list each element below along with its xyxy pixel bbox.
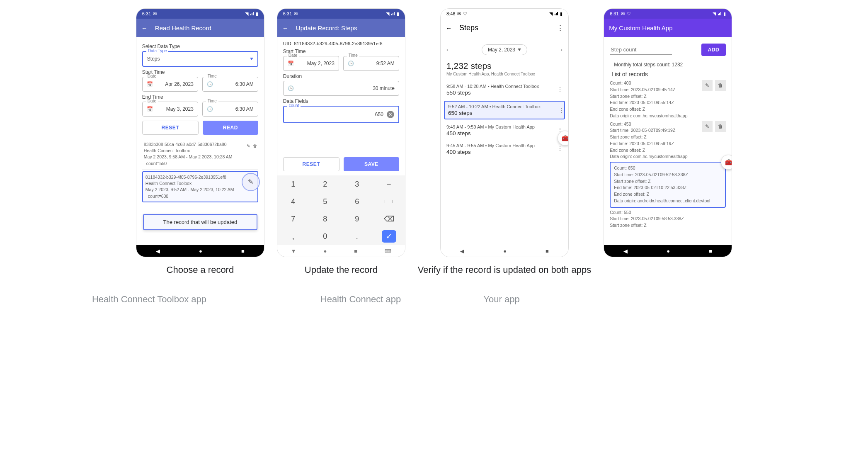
entry[interactable]: 9:58 AM - 10:28 AM • Health Connect Tool… bbox=[446, 80, 563, 99]
back-arrow-icon[interactable]: ← bbox=[446, 24, 452, 32]
reset-button[interactable]: RESET bbox=[142, 121, 199, 135]
nav-recent-icon[interactable]: ■ bbox=[546, 248, 549, 254]
battery-icon: ▮ bbox=[397, 11, 399, 17]
mail-icon: ✉ bbox=[457, 11, 461, 17]
reset-button[interactable]: RESET bbox=[283, 157, 339, 171]
keypad-key[interactable]: 9 bbox=[341, 210, 373, 228]
signal-icon bbox=[555, 12, 558, 15]
record-card: Count: 450Start time: 2023-05-02T09:49:1… bbox=[610, 121, 726, 160]
keypad-key[interactable]: 0 bbox=[309, 228, 341, 245]
record-line: Count: 550 bbox=[610, 209, 726, 216]
entry[interactable]: 9:45 AM - 9:55 AM • My Custom Health App… bbox=[446, 140, 563, 158]
keypad-key[interactable]: 4 bbox=[277, 193, 309, 210]
time-picker[interactable]: Time 🕒 9:52 AM bbox=[343, 56, 399, 71]
nav-back-icon[interactable]: ▼ bbox=[291, 248, 296, 254]
android-nav-bar: ◀ ● ■ bbox=[136, 245, 264, 257]
edit-icon: ✎ bbox=[248, 177, 253, 187]
date-selector[interactable]: May 2, 2023 bbox=[482, 44, 527, 55]
nav-recent-icon[interactable]: ■ bbox=[241, 248, 245, 254]
nav-home-icon[interactable]: ● bbox=[503, 248, 507, 254]
more-icon[interactable]: ⋮ bbox=[559, 107, 564, 113]
more-icon[interactable]: ⋮ bbox=[558, 86, 563, 92]
keypad-key[interactable]: ⌫ bbox=[373, 210, 405, 228]
data-type-value: Steps bbox=[147, 56, 160, 62]
list-header: List of records bbox=[611, 71, 726, 78]
nav-home-icon[interactable]: ● bbox=[667, 248, 670, 254]
read-button[interactable]: READ bbox=[203, 121, 258, 135]
keypad-key[interactable]: − bbox=[373, 175, 405, 193]
nav-back-icon[interactable]: ◀ bbox=[460, 248, 464, 254]
keypad-key[interactable]: , bbox=[277, 228, 309, 245]
caption-2: Update the record bbox=[305, 265, 378, 275]
nav-home-icon[interactable]: ● bbox=[324, 248, 327, 254]
chevron-left-icon[interactable]: ‹ bbox=[446, 47, 448, 53]
keypad-key[interactable]: 5 bbox=[309, 193, 341, 210]
record-line: Start zone offset: Z bbox=[610, 93, 699, 100]
toolbox-icon: 🧰 bbox=[725, 159, 732, 165]
record-card-body: Count: 450Start time: 2023-05-02T09:49:1… bbox=[610, 121, 699, 160]
android-nav-bar: ▼ ● ■ ⌨ bbox=[277, 245, 405, 257]
data-type-dropdown[interactable]: Data Type Steps bbox=[142, 51, 258, 67]
start-time-label: Start Time bbox=[283, 49, 399, 54]
keypad-key[interactable]: 1 bbox=[277, 175, 309, 193]
trash-icon[interactable]: 🗑 bbox=[253, 143, 257, 149]
edit-icon[interactable]: ✎ bbox=[247, 143, 250, 149]
keypad-key[interactable]: 2 bbox=[309, 175, 341, 193]
toolbox-icon: 🧰 bbox=[562, 135, 569, 141]
nav-back-icon[interactable]: ◀ bbox=[156, 248, 160, 254]
back-arrow-icon[interactable]: ← bbox=[141, 24, 148, 32]
edit-button[interactable]: ✎ bbox=[702, 121, 713, 132]
record-item[interactable]: 8383b308-50ca-4c68-a0d7-5d830672ba80 Hea… bbox=[142, 139, 258, 170]
nav-recent-icon[interactable]: ■ bbox=[709, 248, 712, 254]
battery-icon: ▮ bbox=[723, 11, 726, 17]
record-line: End time: 2023-05-02T09:55:14Z bbox=[610, 100, 699, 106]
duration-input[interactable]: 🕒 30 minute bbox=[283, 81, 399, 96]
keyboard-switch-icon[interactable]: ⌨ bbox=[385, 248, 391, 254]
sources-line: My Custom Health App, Health Connect Too… bbox=[446, 72, 563, 76]
start-time-picker[interactable]: Time 🕒 6:30 AM bbox=[202, 77, 258, 92]
keypad-key[interactable]: 8 bbox=[309, 210, 341, 228]
col-1: 6:31 ✉ ◥ ▮ ← Read Health Record Select D… bbox=[136, 8, 264, 275]
record-line: Count: 450 bbox=[610, 121, 699, 128]
keypad-key[interactable]: 3 bbox=[341, 175, 373, 193]
back-arrow-icon[interactable]: ← bbox=[282, 24, 289, 32]
keypad-key[interactable] bbox=[373, 193, 405, 210]
date-picker[interactable]: Date 📅 May 2, 2023 bbox=[283, 56, 339, 71]
record-line: Start zone offset: Z bbox=[610, 134, 699, 141]
keypad-key[interactable]: 7 bbox=[277, 210, 309, 228]
more-icon[interactable]: ⋮ bbox=[557, 24, 563, 32]
end-date-picker[interactable]: Date 📅 May 3, 2023 bbox=[142, 102, 198, 117]
delete-button[interactable]: 🗑 bbox=[715, 121, 726, 132]
start-date-picker[interactable]: Date 📅 Apr 26, 2023 bbox=[142, 77, 198, 92]
step-count-input[interactable] bbox=[610, 45, 672, 55]
end-time-picker[interactable]: Time 🕒 6:30 AM bbox=[202, 102, 258, 117]
chevron-right-icon[interactable]: › bbox=[561, 47, 563, 53]
battery-icon: ▮ bbox=[560, 11, 563, 17]
save-button[interactable]: SAVE bbox=[344, 157, 399, 171]
signal-icon bbox=[391, 12, 395, 15]
keypad-key[interactable]: ✓ bbox=[373, 228, 405, 245]
entry-value: 400 steps bbox=[446, 149, 563, 155]
nav-back-icon[interactable]: ◀ bbox=[623, 248, 628, 254]
keypad-key[interactable]: 6 bbox=[341, 193, 373, 210]
record-line: End zone offset: Z bbox=[610, 106, 699, 113]
keypad-key[interactable]: . bbox=[341, 228, 373, 245]
record-line: Data origin: com.hc.mycustomhealthapp bbox=[610, 113, 699, 119]
nav-recent-icon[interactable]: ■ bbox=[354, 248, 357, 254]
delete-button[interactable]: 🗑 bbox=[715, 80, 726, 91]
nav-home-icon[interactable]: ● bbox=[199, 248, 202, 254]
record-line: End zone offset: Z bbox=[614, 191, 722, 198]
phone-read-record: 6:31 ✉ ◥ ▮ ← Read Health Record Select D… bbox=[136, 8, 264, 257]
app-bar-title: Update Record: Steps bbox=[296, 24, 357, 32]
count-input[interactable]: count 650 ✕ bbox=[283, 106, 399, 123]
edit-circle-highlight[interactable]: ✎ bbox=[242, 173, 260, 191]
clear-icon[interactable]: ✕ bbox=[387, 111, 394, 118]
more-icon[interactable]: ⋮ bbox=[558, 146, 563, 151]
edit-button[interactable]: ✎ bbox=[702, 80, 713, 91]
entry-selected[interactable]: 9:52 AM - 10:22 AM • Health Connect Tool… bbox=[444, 101, 565, 119]
record-item-selected[interactable]: 81184332-b329-4f05-8796-2e3913951ef8 Hea… bbox=[142, 171, 258, 202]
start-time-legend: Time bbox=[206, 74, 218, 78]
add-button[interactable]: ADD bbox=[701, 44, 726, 56]
time-value: 9:52 AM bbox=[376, 61, 395, 66]
entry[interactable]: 9:49 AM - 9:59 AM • My Custom Health App… bbox=[446, 121, 563, 140]
